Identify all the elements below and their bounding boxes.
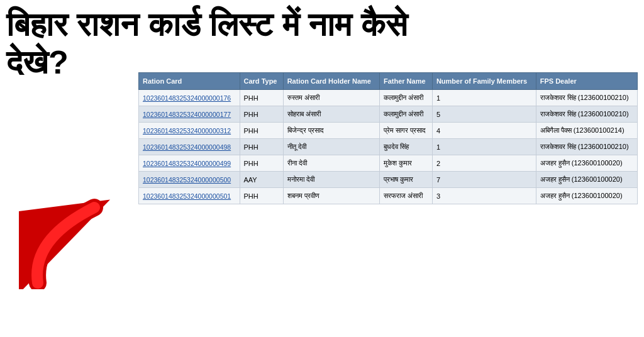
card-type: PHH: [240, 90, 283, 106]
card-type: PHH: [240, 139, 283, 155]
father-name: मुकेश कुमार: [379, 155, 432, 172]
ration-card-table-container: Ration Card Card Type Ration Card Holder…: [138, 72, 638, 331]
holder-name: रीना देवी: [283, 155, 379, 172]
fps-dealer: राजकेशवर सिंह (123600100210): [536, 106, 637, 123]
col-header-fps-dealer: FPS Dealer: [536, 73, 637, 90]
col-header-card-type: Card Type: [240, 73, 283, 90]
father-name: सरफराज अंसारी: [379, 188, 432, 204]
fps-dealer: राजकेशवर सिंह (123600100210): [536, 90, 637, 106]
holder-name: सोहराब अंसारी: [283, 106, 379, 123]
family-members-count: 3: [432, 188, 536, 204]
table-row: 102360148325324000000500AAYमनोरमा देवीप्…: [139, 172, 638, 188]
holder-name: बिजेन्द्र प्रसाद: [283, 123, 379, 139]
ration-card-number[interactable]: 102360148325324000000312: [139, 123, 240, 139]
ration-card-table: Ration Card Card Type Ration Card Holder…: [138, 72, 638, 204]
fps-dealer: राजकेशवर सिंह (123600100210): [536, 139, 637, 155]
family-members-count: 4: [432, 123, 536, 139]
card-type: AAY: [240, 172, 283, 188]
father-name: बुधदेव सिंह: [379, 139, 432, 155]
ration-card-number[interactable]: 102360148325324000000499: [139, 155, 240, 172]
family-members-count: 1: [432, 139, 536, 155]
col-header-ration-card: Ration Card: [139, 73, 240, 90]
holder-name: रुस्तम अंसारी: [283, 90, 379, 106]
fps-dealer: अजहर हुसैन (123600100020): [536, 155, 637, 172]
table-row: 102360148325324000000176PHHरुस्तम अंसारी…: [139, 90, 638, 106]
ration-card-number[interactable]: 102360148325324000000176: [139, 90, 240, 106]
col-header-family-members: Number of Family Members: [432, 73, 536, 90]
fps-dealer: अबिगैला पैक्स (123600100214): [536, 123, 637, 139]
table-row: 102360148325324000000177PHHसोहराब अंसारी…: [139, 106, 638, 123]
father-name: प्रभाष कुमार: [379, 172, 432, 188]
holder-name: मनोरमा देवी: [283, 172, 379, 188]
family-members-count: 2: [432, 155, 536, 172]
arrow-decoration: [19, 189, 132, 289]
ration-card-number[interactable]: 102360148325324000000498: [139, 139, 240, 155]
holder-name: शबनम प्रवीण: [283, 188, 379, 204]
father-name: कलामुद्दीन अंसारी: [379, 106, 432, 123]
table-row: 102360148325324000000499PHHरीना देवीमुके…: [139, 155, 638, 172]
family-members-count: 7: [432, 172, 536, 188]
card-type: PHH: [240, 123, 283, 139]
table-row: 102360148325324000000501PHHशबनम प्रवीणसर…: [139, 188, 638, 204]
table-row: 102360148325324000000498PHHनीतू देवीबुधद…: [139, 139, 638, 155]
ration-card-number[interactable]: 102360148325324000000501: [139, 188, 240, 204]
father-name: प्रेम सागर प्रसाद: [379, 123, 432, 139]
col-header-father-name: Father Name: [379, 73, 432, 90]
page-heading: बिहार राशन कार्ड लिस्ट में नाम कैसे देखे…: [6, 6, 415, 82]
family-members-count: 5: [432, 106, 536, 123]
card-type: PHH: [240, 106, 283, 123]
ration-card-number[interactable]: 102360148325324000000177: [139, 106, 240, 123]
holder-name: नीतू देवी: [283, 139, 379, 155]
table-row: 102360148325324000000312PHHबिजेन्द्र प्र…: [139, 123, 638, 139]
father-name: कलामुद्दीन अंसारी: [379, 90, 432, 106]
fps-dealer: अजहर हुसैन (123600100020): [536, 172, 637, 188]
card-type: PHH: [240, 155, 283, 172]
family-members-count: 1: [432, 90, 536, 106]
ration-card-number[interactable]: 102360148325324000000500: [139, 172, 240, 188]
card-type: PHH: [240, 188, 283, 204]
fps-dealer: अजहर हुसैन (123600100020): [536, 188, 637, 204]
col-header-holder-name: Ration Card Holder Name: [283, 73, 379, 90]
